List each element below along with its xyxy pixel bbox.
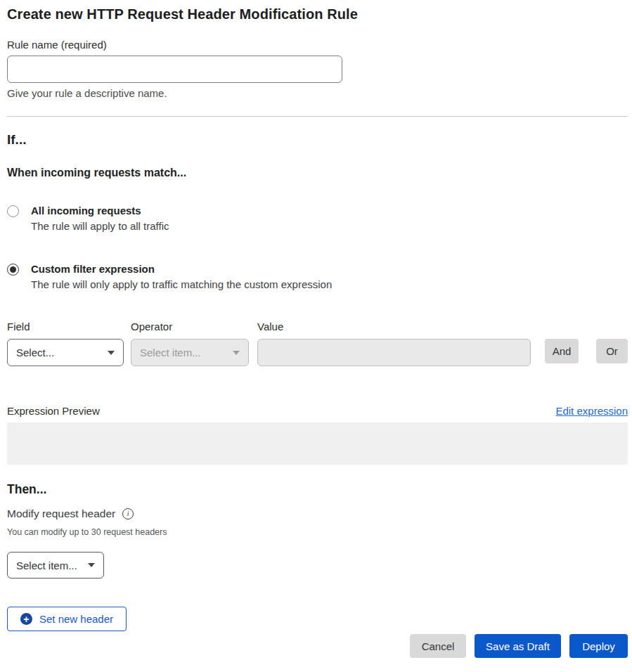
chevron-down-icon xyxy=(108,351,115,355)
expression-preview-box xyxy=(7,422,628,465)
modify-header-help: You can modify up to 30 request headers xyxy=(7,527,628,538)
radio-label-all-incoming[interactable]: All incoming requests xyxy=(31,204,169,218)
operator-select-value: Select item... xyxy=(140,347,201,358)
expression-preview-header: Expression Preview Edit expression xyxy=(7,405,628,417)
radio-desc-all-incoming: The rule will apply to all traffic xyxy=(31,218,169,235)
value-input[interactable] xyxy=(257,339,531,366)
rule-name-help: Give your rule a descriptive name. xyxy=(7,87,628,100)
expression-preview-label: Expression Preview xyxy=(7,405,100,417)
rule-name-input[interactable] xyxy=(7,56,342,83)
save-as-draft-button[interactable]: Save as Draft xyxy=(475,634,561,658)
field-label: Field xyxy=(7,321,124,333)
set-new-header-button[interactable]: + Set new header xyxy=(7,607,127,631)
or-button[interactable]: Or xyxy=(596,339,628,363)
create-rule-form: Create new HTTP Request Header Modificat… xyxy=(0,0,632,658)
set-new-header-label: Set new header xyxy=(39,613,113,625)
cancel-button[interactable]: Cancel xyxy=(410,634,466,658)
header-item-select-value: Select item... xyxy=(16,560,77,571)
radio-all-incoming-requests[interactable] xyxy=(7,205,19,217)
radio-desc-custom-filter: The rule will only apply to traffic matc… xyxy=(31,276,332,293)
operator-label: Operator xyxy=(131,321,249,333)
info-icon[interactable]: i xyxy=(122,508,134,519)
value-label: Value xyxy=(257,321,531,333)
if-heading: If... xyxy=(7,131,628,148)
then-heading: Then... xyxy=(7,482,628,497)
option-all-incoming-requests[interactable]: All incoming requests The rule will appl… xyxy=(7,204,628,235)
section-divider xyxy=(7,116,628,117)
expression-builder-row: Field Select... Operator Select item... … xyxy=(7,321,628,366)
edit-expression-link[interactable]: Edit expression xyxy=(555,405,628,417)
field-select-value: Select... xyxy=(16,347,54,358)
chevron-down-icon xyxy=(88,563,95,567)
radio-label-custom-filter[interactable]: Custom filter expression xyxy=(31,262,332,276)
chevron-down-icon xyxy=(233,351,240,355)
rule-name-label: Rule name (required) xyxy=(7,39,628,51)
header-item-select[interactable]: Select item... xyxy=(7,552,104,579)
field-select[interactable]: Select... xyxy=(7,339,124,366)
radio-custom-filter-expression[interactable] xyxy=(7,264,19,276)
deploy-button[interactable]: Deploy xyxy=(569,634,628,658)
and-button[interactable]: And xyxy=(545,339,579,363)
option-custom-filter-expression[interactable]: Custom filter expression The rule will o… xyxy=(7,262,628,293)
footer-actions: Cancel Save as Draft Deploy xyxy=(7,634,628,658)
match-subheading: When incoming requests match... xyxy=(7,166,628,180)
modify-request-header-label: Modify request header xyxy=(7,507,115,521)
plus-icon: + xyxy=(20,613,32,625)
page-title: Create new HTTP Request Header Modificat… xyxy=(7,6,628,22)
operator-select[interactable]: Select item... xyxy=(131,339,249,366)
